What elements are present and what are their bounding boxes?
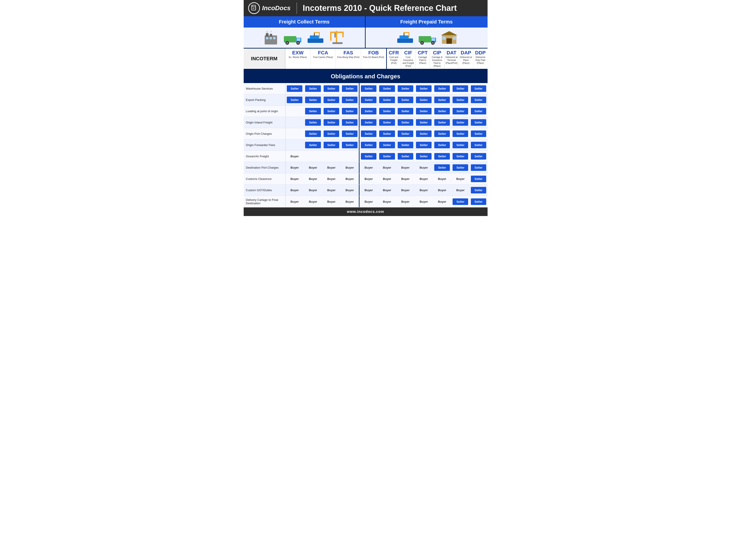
svg-marker-40	[441, 31, 457, 35]
svg-rect-11	[297, 38, 300, 41]
svg-point-4	[266, 31, 268, 33]
cell-8-3: Buyer	[340, 173, 359, 185]
cell-2-3: Seller	[340, 106, 359, 117]
cell-4-10: Seller	[470, 128, 487, 139]
cell-7-7: Buyer	[415, 162, 433, 173]
svg-rect-7	[270, 37, 272, 39]
incoterm-col-fca: FCAFree Carrier (Place)	[310, 49, 336, 69]
freight-collect-label: Freight Collect Terms	[244, 16, 366, 28]
cell-8-8: Buyer	[433, 173, 451, 185]
cell-3-9: Seller	[451, 117, 470, 128]
port-crane-icon	[328, 30, 346, 46]
cell-3-4: Seller	[359, 117, 378, 128]
footer-url: www.incodocs.com	[347, 210, 384, 214]
row-label: Origin Port Charges	[244, 128, 285, 139]
svg-rect-9	[284, 36, 296, 42]
row-label: Export Packing	[244, 94, 285, 106]
cell-2-7: Seller	[415, 106, 433, 117]
cell-1-5: Seller	[378, 94, 396, 106]
cell-10-3: Buyer	[340, 196, 359, 207]
svg-point-38	[432, 42, 434, 44]
cell-2-8: Seller	[433, 106, 451, 117]
svg-rect-22	[330, 32, 342, 33]
cell-9-4: Buyer	[359, 185, 378, 196]
table-row: Export PackingSellerSellerSellerSellerSe…	[244, 94, 488, 106]
cell-5-2: Seller	[322, 139, 340, 151]
cell-1-4: Seller	[359, 94, 378, 106]
svg-point-5	[270, 30, 272, 33]
cell-1-2: Seller	[322, 94, 340, 106]
cell-7-10: Seller	[470, 162, 487, 173]
svg-point-36	[421, 42, 423, 44]
table-row: Destination Port ChargesBuyerBuyerBuyerB…	[244, 162, 488, 173]
cell-10-2: Buyer	[322, 196, 340, 207]
cell-8-1: Buyer	[304, 173, 322, 185]
cell-10-1: Buyer	[304, 196, 322, 207]
logo-icon	[248, 2, 260, 14]
cell-2-10: Seller	[470, 106, 487, 117]
cell-5-9: Seller	[451, 139, 470, 151]
incoterm-col-exw: EXWEx. Words (Place)	[285, 49, 311, 69]
cell-4-2: Seller	[322, 128, 340, 139]
cell-2-9: Seller	[451, 106, 470, 117]
cell-9-10: Seller	[470, 185, 487, 196]
cell-7-9: Seller	[451, 162, 470, 173]
cell-8-0: Buyer	[285, 173, 304, 185]
incoterm-header-row: INCOTERM EXWEx. Words (Place)FCAFree Car…	[244, 49, 488, 70]
incoterm-label: INCOTERM	[244, 49, 285, 69]
cell-10-4: Buyer	[359, 196, 378, 207]
svg-rect-24	[342, 32, 344, 37]
table-row: Ocean/Air FreightBuyerSellerSellerSeller…	[244, 151, 488, 162]
illustration-row	[244, 28, 488, 49]
truck-icon	[283, 30, 303, 46]
cell-1-10: Seller	[470, 94, 487, 106]
cell-4-5: Seller	[378, 128, 396, 139]
cell-4-3: Seller	[340, 128, 359, 139]
svg-rect-6	[266, 37, 268, 39]
svg-rect-18	[314, 33, 315, 37]
cell-10-10: Seller	[470, 196, 487, 207]
truck-right-icon	[418, 30, 438, 46]
cell-0-9: Seller	[451, 83, 470, 94]
svg-rect-25	[332, 42, 342, 44]
cell-3-2: Seller	[322, 117, 340, 128]
table-row: Origin Inland FreightSellerSellerSellerS…	[244, 117, 488, 128]
table-row: Origin Forwarder FeesSellerSellerSellerS…	[244, 139, 488, 151]
cell-2-0	[285, 106, 304, 117]
cell-7-1: Buyer	[304, 162, 322, 173]
cell-10-7: Buyer	[415, 196, 433, 207]
svg-rect-32	[419, 36, 431, 42]
cell-7-8: Seller	[433, 162, 451, 173]
ship-right-icon	[395, 30, 415, 46]
row-label: Destination Port Charges	[244, 162, 285, 173]
cell-5-3: Seller	[340, 139, 359, 151]
svg-rect-43	[453, 37, 456, 40]
svg-rect-23	[330, 32, 331, 41]
cell-6-1	[304, 151, 322, 162]
cell-9-2: Buyer	[322, 185, 340, 196]
svg-rect-1	[265, 35, 277, 44]
cell-9-8: Buyer	[433, 185, 451, 196]
cell-4-6: Seller	[396, 128, 415, 139]
incoterm-col-cpt: CPTCarriage Paid to (Place)	[416, 49, 430, 69]
incoterm-col-dat: DATDelivered at Terminal (Place/Port)	[445, 49, 459, 69]
cell-4-0	[285, 128, 304, 139]
incoterm-col-fas: FASFree Along Ship (Port)	[336, 49, 361, 69]
row-label: Loading at point of origin	[244, 106, 285, 117]
cell-1-6: Seller	[396, 94, 415, 106]
row-label: Origin Forwarder Fees	[244, 139, 285, 151]
cell-7-5: Buyer	[378, 162, 396, 173]
row-label: Warehouse Services	[244, 83, 285, 94]
table-row: Origin Port ChargesSellerSellerSellerSel…	[244, 128, 488, 139]
cell-1-3: Seller	[340, 94, 359, 106]
cell-6-8: Seller	[433, 151, 451, 162]
cell-3-6: Seller	[396, 117, 415, 128]
cell-10-5: Buyer	[378, 196, 396, 207]
cell-8-4: Buyer	[359, 173, 378, 185]
freight-prepaid-label: Freight Prepaid Terms	[366, 16, 488, 28]
table-row: Custom GST/DutiesBuyerBuyerBuyerBuyerBuy…	[244, 185, 488, 196]
header-divider	[296, 2, 297, 14]
cell-8-9: Buyer	[451, 173, 470, 185]
cell-3-8: Seller	[433, 117, 451, 128]
incoterm-col-cfr: CFRCost and Freight (Port)	[387, 49, 401, 69]
